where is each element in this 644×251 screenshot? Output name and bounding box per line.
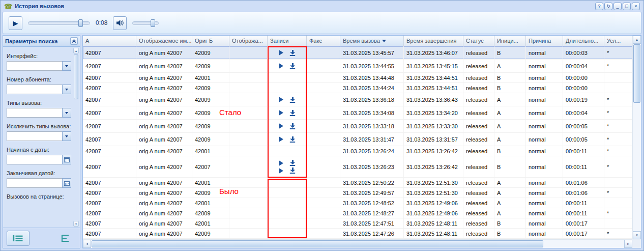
cell-a: 42007 — [83, 218, 136, 228]
subscriber-number-dropdown-trigger[interactable] — [62, 85, 71, 94]
interface-dropdown-trigger[interactable] — [62, 61, 71, 71]
tree-view-button[interactable] — [54, 231, 77, 246]
cell-duration: 00:00:11 — [563, 156, 604, 177]
minimize-button[interactable]: _ — [613, 3, 622, 10]
end-date-calendar-trigger[interactable] — [62, 178, 71, 188]
seek-thumb[interactable] — [78, 19, 83, 27]
download-record-icon[interactable] — [289, 168, 296, 174]
scroll-down-icon[interactable]: ▾ — [73, 221, 79, 227]
record-controls — [279, 123, 296, 129]
volume-thumb[interactable] — [151, 19, 155, 27]
play-record-icon[interactable] — [279, 160, 284, 166]
table-row[interactable]: 42007orig A num 420074200931.03.2025 13:… — [83, 93, 632, 106]
table-row[interactable]: 42007orig A num 420074200731.03.2025 13:… — [83, 156, 632, 178]
cell-fax — [307, 60, 340, 72]
sidebar-scroll-thumb[interactable] — [74, 54, 78, 99]
table-row[interactable]: 42007orig A num 420074200931.03.2025 12:… — [83, 229, 632, 239]
column-header-10[interactable]: Иници... — [494, 36, 526, 46]
maximize-button[interactable]: □ — [623, 3, 631, 10]
table-row[interactable]: 42007orig A num 420074200931.03.2025 12:… — [83, 208, 632, 218]
column-header-8[interactable]: Время завершения — [404, 36, 463, 46]
table-row[interactable]: 42007orig A num 420074200931.03.2025 13:… — [83, 106, 632, 120]
records-cell — [268, 93, 307, 106]
column-header-4[interactable]: Отобража... — [229, 36, 268, 46]
column-header-1[interactable]: А — [83, 36, 136, 46]
cell-a: 42007 — [83, 229, 136, 238]
volume-button[interactable] — [113, 16, 127, 30]
scroll-up-icon[interactable]: ▴ — [633, 36, 641, 44]
cell-duration: 00:00:05 — [563, 120, 604, 132]
horizontal-scrollbar[interactable]: ◂ ▸ — [83, 239, 632, 248]
records-cell — [268, 188, 307, 198]
exclude-call-types-dropdown-trigger[interactable] — [62, 131, 71, 141]
subscriber-number-field[interactable] — [7, 85, 62, 94]
cell-display_b — [229, 198, 268, 208]
call-types-field[interactable] — [7, 108, 62, 118]
play-record-icon[interactable] — [279, 97, 284, 102]
table-row[interactable]: 42007orig A num 420074200931.03.2025 13:… — [83, 83, 632, 93]
table-row[interactable]: 42007orig A num 420074200131.03.2025 12:… — [83, 218, 632, 229]
play-record-icon[interactable] — [279, 63, 284, 69]
seek-slider[interactable] — [28, 21, 90, 25]
table-row[interactable]: 42007orig A num 420074200931.03.2025 13:… — [83, 133, 632, 146]
sidebar-scrollbar[interactable]: ▴ ▾ — [73, 48, 79, 227]
table-row[interactable]: 42007orig A num 420074200131.03.2025 13:… — [83, 73, 632, 83]
table-row[interactable]: 42007orig A num 420074200931.03.2025 13:… — [83, 46, 632, 60]
table-row[interactable]: 42007orig A num 420074200131.03.2025 13:… — [83, 146, 632, 156]
table-row[interactable]: 42007orig A num 420074200931.03.2025 13:… — [83, 60, 632, 73]
refresh-button[interactable]: ↻ — [604, 3, 612, 10]
table-row[interactable]: 42007orig A num 420074200131.03.2025 12:… — [83, 178, 632, 188]
table-row[interactable]: 42007orig A num 420074200931.03.2025 12:… — [83, 188, 632, 198]
play-record-icon[interactable] — [279, 50, 284, 55]
list-view-icon — [12, 234, 23, 242]
play-record-icon[interactable] — [279, 136, 284, 142]
column-header-3[interactable]: Ориг Б — [192, 36, 229, 46]
scroll-down-icon[interactable]: ▾ — [633, 231, 641, 239]
download-record-icon[interactable] — [289, 63, 296, 69]
cell-fax — [307, 146, 340, 156]
close-button[interactable]: × — [632, 3, 640, 10]
scrollbar-corner — [632, 239, 641, 248]
start-date-field[interactable] — [7, 155, 62, 164]
column-header-11[interactable]: Причина — [526, 36, 563, 46]
play-record-icon[interactable] — [279, 110, 284, 116]
column-header-13[interactable]: Усл... — [604, 36, 632, 46]
scroll-left-icon[interactable]: ◂ — [83, 240, 91, 248]
download-record-icon[interactable] — [289, 136, 296, 143]
vertical-scrollbar[interactable]: ▴ ▾ — [632, 36, 641, 239]
download-record-icon[interactable] — [289, 97, 296, 103]
exclude-call-types-field[interactable] — [7, 131, 62, 141]
download-record-icon[interactable] — [289, 123, 296, 129]
vertical-scroll-thumb[interactable] — [633, 44, 640, 103]
call-types-dropdown-trigger[interactable] — [62, 108, 71, 118]
scroll-right-icon[interactable]: ▸ — [624, 240, 632, 248]
end-date-field[interactable] — [7, 178, 62, 188]
horizontal-scroll-thumb[interactable] — [92, 240, 543, 247]
column-header-6[interactable]: Факс — [307, 36, 340, 46]
download-record-icon[interactable] — [289, 110, 296, 116]
playback-time: 0:08 — [96, 19, 107, 26]
scroll-up-icon[interactable]: ▴ — [73, 48, 79, 53]
table-row[interactable]: 42007orig A num 420074200931.03.2025 13:… — [83, 120, 632, 133]
column-header-9[interactable]: Статус — [463, 36, 494, 46]
cell-display_a: orig A num 42007 — [136, 83, 192, 93]
list-view-button[interactable] — [7, 231, 30, 246]
cell-a: 42007 — [83, 133, 136, 146]
play-record-icon[interactable] — [279, 123, 284, 129]
cell-display_b — [229, 106, 268, 119]
column-header-12[interactable]: Длительно... — [563, 36, 604, 46]
start-date-calendar-trigger[interactable] — [62, 155, 71, 164]
play-record-icon[interactable] — [279, 168, 284, 174]
column-header-7[interactable]: Время вызова — [340, 36, 404, 46]
download-record-icon[interactable] — [289, 160, 296, 166]
help-button[interactable]: ? — [595, 3, 603, 10]
interface-field[interactable] — [7, 61, 62, 71]
download-record-icon[interactable] — [289, 50, 296, 56]
volume-slider[interactable] — [132, 21, 159, 25]
table-row[interactable]: 42007orig A num 420074200131.03.2025 12:… — [83, 198, 632, 208]
column-header-2[interactable]: Отображаемое им... — [136, 36, 192, 46]
column-header-5[interactable]: Записи — [268, 36, 307, 46]
collapse-panel-button[interactable] — [70, 37, 78, 45]
cell-initiator: A — [494, 120, 526, 132]
play-button[interactable]: ▶ — [9, 16, 22, 30]
